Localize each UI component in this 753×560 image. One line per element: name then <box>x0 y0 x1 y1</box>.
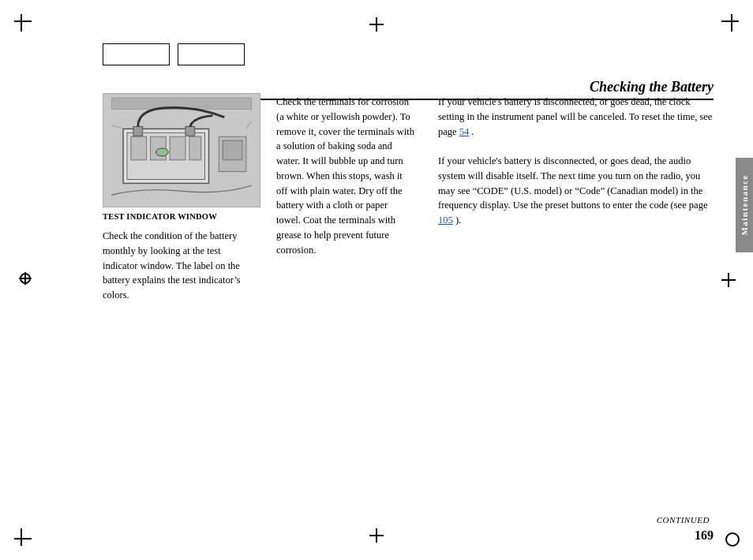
page: Checking the Battery <box>0 0 753 560</box>
image-caption: TEST INDICATOR WINDOW <box>103 212 257 221</box>
sidebar-tab-label: Maintenance <box>740 174 749 236</box>
svg-rect-12 <box>185 126 195 136</box>
col-middle-body: Check the terminals for corrosion (a whi… <box>276 93 414 257</box>
svg-point-13 <box>155 148 168 156</box>
nav-box-2[interactable] <box>178 43 245 65</box>
crosshair-left <box>17 271 33 289</box>
corner-mark-tr <box>715 14 739 38</box>
svg-rect-15 <box>223 140 242 160</box>
svg-rect-10 <box>189 136 201 160</box>
page-link-54[interactable]: 54 <box>459 126 470 137</box>
nav-box-1[interactable] <box>103 43 170 65</box>
crosshair-bottom <box>369 528 384 543</box>
col-middle: Check the terminals for corrosion (a whi… <box>268 93 426 497</box>
svg-rect-9 <box>170 136 185 160</box>
page-footer: CONTINUED <box>103 515 710 525</box>
corner-mark-tl <box>14 14 38 38</box>
content-area: TEST INDICATOR WINDOW Check the conditio… <box>103 93 714 497</box>
crosshair-right <box>721 273 736 287</box>
svg-rect-7 <box>131 136 147 160</box>
nav-boxes <box>103 43 245 65</box>
col-right-para1: If your vehicle's battery is disconnecte… <box>438 95 714 139</box>
page-number: 169 <box>695 528 714 543</box>
col-left: TEST INDICATOR WINDOW Check the conditio… <box>103 93 268 497</box>
col-right-body: If your vehicle's battery is disconnecte… <box>438 93 714 228</box>
svg-rect-11 <box>133 126 143 136</box>
columns: TEST INDICATOR WINDOW Check the conditio… <box>103 93 714 497</box>
sidebar-tab: Maintenance <box>736 158 753 252</box>
crosshair-top <box>369 17 384 32</box>
col-right: If your vehicle's battery is disconnecte… <box>426 93 714 497</box>
page-link-105[interactable]: 105 <box>438 215 453 226</box>
corner-mark-bl <box>14 522 38 546</box>
corner-mark-br <box>723 530 739 546</box>
battery-image <box>103 93 260 207</box>
col-right-para2: If your vehicle's battery is disconnecte… <box>438 154 714 228</box>
continued-label: CONTINUED <box>657 515 710 525</box>
col-left-body: Check the condition of the battery month… <box>103 229 257 303</box>
